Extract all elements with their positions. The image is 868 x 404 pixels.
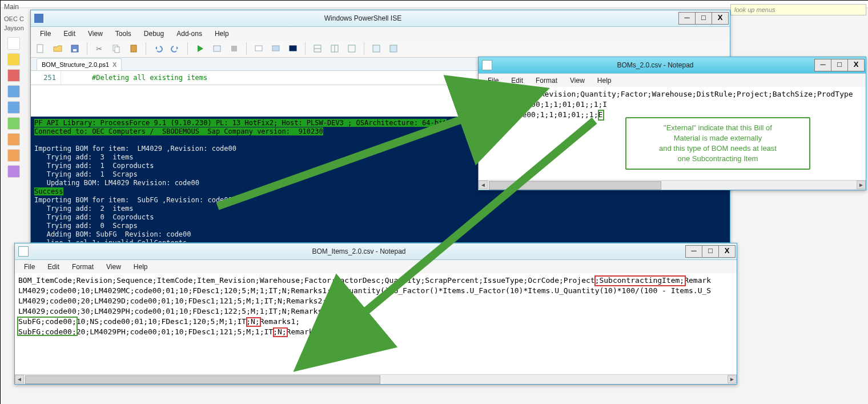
np1-close-button[interactable]: X (847, 59, 865, 71)
np1-menu-view[interactable]: View (564, 75, 590, 86)
np2-menu-format[interactable]: Format (66, 262, 99, 272)
np2-minimize-button[interactable]: ─ (685, 245, 702, 258)
paste-icon[interactable] (126, 41, 141, 56)
np2-menu-view[interactable]: View (101, 262, 127, 272)
console-l15: -- line 1 col 1: invalid CellContents (34, 239, 187, 242)
ise-minimize-button[interactable]: ─ (678, 12, 696, 25)
run-selection-icon[interactable] (210, 41, 224, 56)
sap-tag-icon[interactable] (7, 85, 20, 98)
save-icon[interactable] (67, 41, 82, 56)
new-remote-icon[interactable] (251, 41, 266, 56)
console-l5: Trying add: 3 items (34, 153, 133, 161)
ise-menu-file[interactable]: File (34, 29, 57, 39)
console-l14: Adding BOM: SubFG Revision: code00 (34, 230, 191, 238)
redo-icon[interactable] (168, 41, 183, 56)
ise-menu-addons[interactable]: Add-ons (171, 29, 208, 39)
np1-scroll-thumb[interactable] (489, 181, 661, 190)
np2-menu-edit[interactable]: Edit (42, 262, 65, 272)
np2-subcontracting-header: ;SubcontractingItem; (595, 276, 685, 285)
np2-line6a: SubFG;code00; (18, 327, 77, 336)
np1-menu-format[interactable]: Format (530, 75, 563, 86)
layout3-icon[interactable] (344, 41, 359, 56)
svg-rect-5 (115, 47, 119, 53)
sap-red-icon[interactable] (7, 69, 20, 82)
lookup-menus-input[interactable]: look up menus (730, 4, 866, 15)
ise-close-button[interactable]: X (712, 12, 729, 25)
np2-line1a: BOM_ItemCode;Revision;Sequence;ItemCode;… (18, 276, 595, 285)
np1-hscrollbar[interactable]: ◄ ► (479, 180, 866, 190)
sap-cart-icon[interactable] (7, 101, 20, 114)
console-l12: Trying add: 0 Coproducts (34, 213, 154, 221)
svg-rect-6 (131, 45, 136, 52)
np2-menu-file[interactable]: File (18, 262, 41, 272)
np2-scroll-thumb[interactable] (25, 375, 380, 384)
sap-green-icon[interactable] (7, 117, 20, 130)
np1-scroll-left[interactable]: ◄ (479, 181, 488, 189)
np2-menu-help[interactable]: Help (128, 262, 154, 272)
sap-pie-icon[interactable] (7, 53, 20, 66)
np1-scroll-right[interactable]: ► (857, 181, 866, 189)
svg-rect-17 (373, 45, 380, 52)
callout-l1: "External" indicate that this Bill of (632, 123, 803, 133)
sap-grid-icon[interactable] (7, 37, 20, 50)
show-command-icon[interactable] (386, 41, 401, 56)
np2-titlebar[interactable]: BOM_Items_2.0.csv - Notepad ─ □ X (15, 243, 737, 260)
sap-purple-icon[interactable] (7, 165, 20, 178)
np2-maximize-button[interactable]: □ (702, 245, 719, 258)
np1-maximize-button[interactable]: □ (831, 59, 848, 71)
svg-rect-11 (290, 46, 296, 51)
run-icon[interactable] (192, 41, 207, 56)
np2-line6d: Remarks2; (287, 327, 327, 336)
np2-title: BOM_Items_2.0.csv - Notepad (32, 247, 686, 255)
bg-oec-label: OEC C (4, 15, 24, 22)
console-pane-icon[interactable] (286, 41, 300, 56)
svg-rect-9 (255, 46, 262, 51)
np1-prodtype-e: E (598, 110, 603, 119)
ise-menu-view[interactable]: View (82, 29, 108, 39)
open-file-icon[interactable] (50, 41, 65, 56)
np2-line5-n: ;N; (246, 317, 259, 326)
np1-titlebar[interactable]: BOMs_2.0.csv - Notepad ─ □ X (479, 57, 866, 74)
console-l7: Trying add: 1 Scraps (34, 170, 138, 178)
sap-box-icon[interactable] (7, 149, 20, 162)
ise-menubar: File Edit View Tools Debug Add-ons Help (31, 27, 730, 41)
console-success: Success (34, 187, 63, 195)
layout2-icon[interactable] (327, 41, 342, 56)
ise-lineno: 251 (31, 71, 61, 85)
copy-icon[interactable] (109, 41, 124, 56)
new-file-icon[interactable] (33, 41, 48, 56)
np1-menu-file[interactable]: File (482, 75, 504, 86)
notepad-icon (482, 60, 492, 70)
np1-minimize-button[interactable]: ─ (814, 59, 831, 71)
notepad-bomitems-window: BOM_Items_2.0.csv - Notepad ─ □ X File E… (14, 243, 737, 385)
np1-menu-edit[interactable]: Edit (505, 75, 529, 86)
powershell-icon (34, 14, 43, 23)
ise-titlebar[interactable]: Windows PowerShell ISE ─ □ X (31, 10, 730, 27)
svg-text:✂: ✂ (96, 45, 102, 53)
undo-icon[interactable] (151, 41, 166, 56)
ise-tab-close-icon[interactable]: X (112, 61, 116, 68)
stop-icon[interactable] (227, 41, 242, 56)
np2-hscrollbar[interactable]: ◄ ► (15, 374, 737, 384)
ise-menu-tools[interactable]: Tools (110, 29, 137, 39)
np2-content[interactable]: BOM_ItemCode;Revision;Sequence;ItemCode;… (15, 273, 737, 375)
np2-scroll-right[interactable]: ► (728, 375, 737, 383)
layout1-icon[interactable] (310, 41, 325, 56)
cut-icon[interactable]: ✂ (92, 41, 107, 56)
np2-close-button[interactable]: X (718, 245, 736, 258)
ise-menu-edit[interactable]: Edit (58, 29, 81, 39)
bg-tab-main: Main (4, 3, 19, 11)
ise-maximize-button[interactable]: □ (695, 12, 712, 25)
sap-orange-icon[interactable] (7, 133, 20, 146)
np1-menu-help[interactable]: Help (592, 75, 617, 86)
np2-menubar: File Edit Format View Help (15, 260, 737, 274)
np2-scroll-left[interactable]: ◄ (15, 375, 24, 383)
ise-menu-help[interactable]: Help (209, 29, 235, 39)
script-pane-icon[interactable] (268, 41, 283, 56)
ise-menu-debug[interactable]: Debug (138, 29, 170, 39)
svg-rect-10 (272, 46, 279, 51)
notepad-icon (18, 246, 29, 257)
command-addon-icon[interactable] (369, 41, 384, 56)
svg-rect-0 (37, 45, 43, 53)
ise-tab-bom-structure[interactable]: BOM_Structure_2.0.ps1 X (37, 58, 122, 70)
